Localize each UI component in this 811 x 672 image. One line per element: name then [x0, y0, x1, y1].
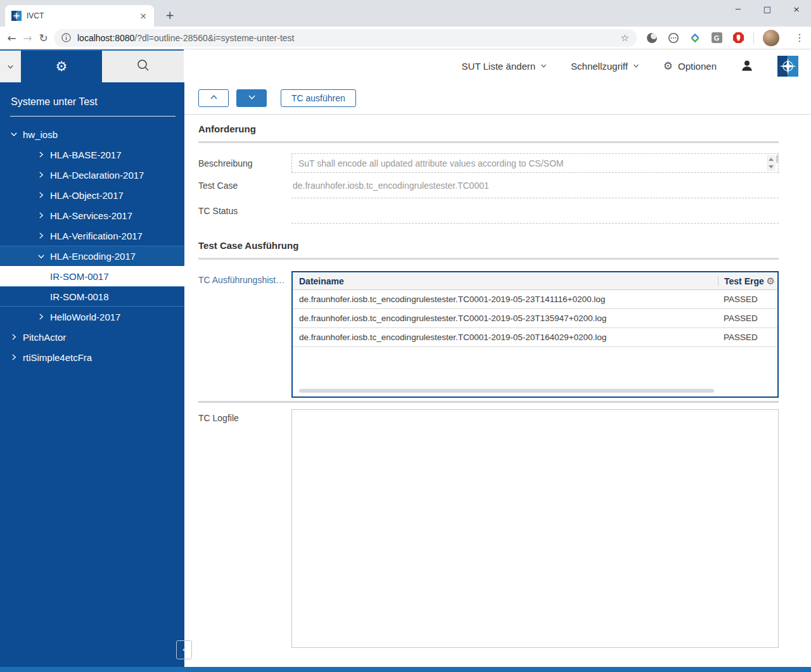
- tree-item-pitchactor[interactable]: PitchActor: [0, 327, 184, 347]
- divider: [10, 116, 176, 117]
- user-icon[interactable]: [741, 60, 753, 72]
- tree-item-hla-encoding-2017[interactable]: HLA-Encoding-2017: [0, 246, 184, 266]
- chevron-right-icon[interactable]: [36, 313, 46, 320]
- tree-item-ir-som-0018[interactable]: IR-SOM-0018: [0, 286, 184, 307]
- table-horizontal-scrollbar[interactable]: [299, 389, 714, 393]
- dotted-circle-extension-icon[interactable]: [667, 32, 680, 44]
- sidebar-collapse-button[interactable]: [176, 640, 192, 659]
- back-button-icon[interactable]: ←: [4, 32, 20, 44]
- tree-item-label: HLA-Object-2017: [50, 190, 124, 201]
- move-up-button[interactable]: [198, 89, 229, 107]
- spinner-control[interactable]: [767, 155, 776, 171]
- sidebar: Systeme unter Test hw_iosbHLA-BASE-2017H…: [0, 82, 184, 667]
- forward-button-icon[interactable]: →: [20, 32, 35, 44]
- address-bar[interactable]: localhost:8080/?dl=outline-28560&i=syste…: [54, 29, 637, 47]
- tree-item-label: PitchActor: [23, 332, 66, 343]
- chevrons-extension-icon[interactable]: [689, 32, 701, 44]
- panel-tabs: ⚙: [0, 49, 184, 82]
- chevron-up-icon: [210, 92, 218, 104]
- column-header-result-label: Test Erge: [724, 276, 764, 286]
- search-icon: [136, 58, 150, 75]
- field-scrollbar[interactable]: [776, 155, 778, 163]
- chevron-right-icon[interactable]: [36, 232, 46, 239]
- nato-logo: [777, 56, 798, 77]
- site-info-icon[interactable]: [61, 33, 71, 42]
- column-header-filename[interactable]: Dateiname: [293, 276, 718, 286]
- sut-list-menu-label: SUT Liste ändern: [462, 61, 535, 72]
- tree-item-label: rtiSimple4etcFra: [23, 352, 92, 363]
- sidebar-title: Systeme unter Test: [0, 82, 184, 108]
- window-maximize-button[interactable]: □: [753, 0, 782, 20]
- tree-item-hla-services-2017[interactable]: HLA-Services-2017: [0, 205, 184, 225]
- chevron-down-icon: [633, 63, 639, 69]
- table-settings-gear-icon[interactable]: ⚙: [765, 276, 775, 286]
- table-row[interactable]: de.fraunhofer.iosb.tc_encodingrulesteste…: [293, 309, 777, 328]
- window-minimize-button[interactable]: ─: [724, 0, 753, 20]
- chevron-right-icon[interactable]: [9, 333, 19, 341]
- move-down-button[interactable]: [236, 89, 267, 107]
- tree-item-label: HLA-Encoding-2017: [50, 251, 136, 262]
- chevron-down-icon[interactable]: [36, 253, 46, 260]
- spinner-up-icon[interactable]: [769, 158, 774, 161]
- test-case-value: de.fraunhofer.iosb.tc_encodingrulesteste…: [291, 173, 779, 198]
- tc-logfile-box[interactable]: [291, 409, 779, 648]
- circle-extension-icon[interactable]: [646, 32, 658, 44]
- browser-tab[interactable]: IVCT ×: [5, 5, 154, 27]
- panel-collapse-dropdown[interactable]: [0, 51, 21, 82]
- tree-item-helloworld-2017[interactable]: HelloWorld-2017: [0, 307, 184, 327]
- sut-tree: hw_iosbHLA-BASE-2017HLA-Declaration-2017…: [0, 124, 184, 367]
- tree-item-hla-base-2017[interactable]: HLA-BASE-2017: [0, 144, 184, 165]
- tree-item-label: HLA-Services-2017: [50, 210, 132, 221]
- requirement-heading: Anforderung: [198, 124, 779, 134]
- tree-item-hla-verification-2017[interactable]: HLA-Verification-2017: [0, 225, 184, 246]
- cell-result: PASSED: [718, 314, 777, 323]
- tree-item-label: HLA-Declaration-2017: [50, 170, 144, 181]
- quick-access-menu-label: Schnellzugriff: [571, 61, 628, 72]
- table-row[interactable]: de.fraunhofer.iosb.tc_encodingrulesteste…: [293, 290, 777, 309]
- spinner-down-icon[interactable]: [769, 165, 774, 168]
- chevron-down-icon[interactable]: [9, 130, 19, 138]
- tree-item-rtisimple4etcfra[interactable]: rtiSimple4etcFra: [0, 347, 184, 367]
- tab-close-icon[interactable]: ×: [137, 11, 149, 21]
- g-extension-icon[interactable]: G: [710, 32, 723, 44]
- stop-hand-extension-icon[interactable]: [732, 32, 744, 44]
- browser-profile-avatar[interactable]: [763, 30, 779, 46]
- new-tab-button[interactable]: +: [162, 7, 178, 23]
- tree-item-hla-object-2017[interactable]: HLA-Object-2017: [0, 185, 184, 205]
- sut-list-menu[interactable]: SUT Liste ändern: [462, 61, 547, 72]
- chevron-right-icon[interactable]: [36, 171, 46, 179]
- cell-filename: de.fraunhofer.iosb.tc_encodingrulesteste…: [293, 295, 718, 304]
- options-menu[interactable]: ⚙ Optionen: [663, 60, 717, 72]
- settings-tab-gear-icon[interactable]: ⚙: [21, 51, 102, 82]
- browser-menu-icon[interactable]: ⋮: [788, 32, 811, 44]
- tree-item-label: IR-SOM-0017: [50, 271, 109, 282]
- reload-button-icon[interactable]: ↻: [35, 32, 51, 44]
- browser-tab-strip: IVCT × + ─ □ ×: [0, 0, 811, 27]
- column-header-result[interactable]: Test Erge ⚙: [718, 276, 777, 286]
- chevron-right-icon[interactable]: [36, 212, 46, 219]
- chevron-right-icon[interactable]: [9, 353, 19, 361]
- tree-item-hw_iosb[interactable]: hw_iosb: [0, 124, 184, 144]
- chevron-down-icon: [540, 63, 547, 69]
- chevron-right-icon[interactable]: [36, 151, 46, 158]
- test-case-label: Test Case: [198, 181, 291, 191]
- search-tab[interactable]: [102, 51, 184, 82]
- tree-item-label: HLA-BASE-2017: [50, 149, 122, 160]
- run-tc-button[interactable]: TC ausführen: [281, 89, 356, 107]
- chevron-right-icon[interactable]: [36, 191, 46, 199]
- tree-item-hla-declaration-2017[interactable]: HLA-Declaration-2017: [0, 165, 184, 185]
- window-close-button[interactable]: ×: [782, 0, 811, 20]
- table-header: Dateiname Test Erge ⚙: [293, 272, 777, 290]
- execution-history-label: TC Ausführungshist…: [198, 271, 291, 285]
- url-host: localhost:8080: [77, 33, 134, 43]
- tc-status-value: [291, 198, 779, 224]
- cell-result: PASSED: [718, 295, 777, 304]
- quick-access-menu[interactable]: Schnellzugriff: [571, 61, 639, 72]
- table-row[interactable]: de.fraunhofer.iosb.tc_encodingrulesteste…: [293, 328, 777, 347]
- bookmark-star-icon[interactable]: ☆: [621, 32, 629, 44]
- description-field[interactable]: SuT shall encode all updated attribute v…: [291, 153, 779, 173]
- description-value: SuT shall encode all updated attribute v…: [298, 158, 563, 168]
- tree-item-ir-som-0017[interactable]: IR-SOM-0017: [0, 266, 184, 286]
- chevron-down-icon: [248, 92, 256, 104]
- divider: [198, 258, 779, 260]
